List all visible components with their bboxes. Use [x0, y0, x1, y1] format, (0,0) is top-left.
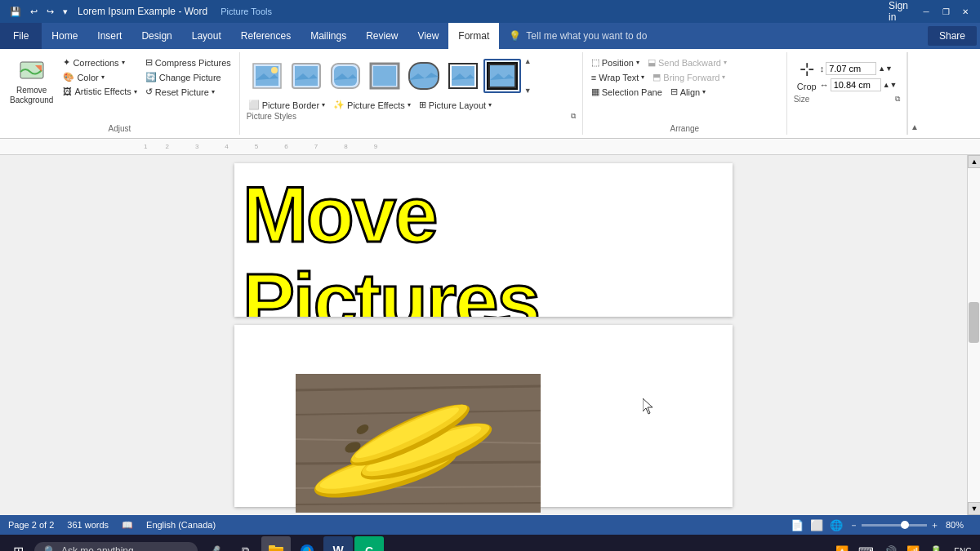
format-menu[interactable]: Format [448, 23, 499, 49]
width-spin[interactable]: ▲▼ [878, 64, 893, 73]
selection-pane-button[interactable]: ▦ Selection Pane [588, 85, 666, 99]
restore-button[interactable]: ❐ [938, 5, 954, 18]
styles-group-footer: Picture Styles ⧉ [245, 112, 577, 122]
battery-icon[interactable]: 🔋 [926, 545, 946, 552]
system-clock[interactable]: ENG [949, 547, 977, 552]
picture-effects-button[interactable]: ✨ Picture Effects ▾ [330, 98, 414, 112]
document-title: Lorem Ipsum Example - Word [78, 6, 207, 17]
insert-menu[interactable]: Insert [87, 23, 131, 49]
save-icon[interactable]: 💾 [7, 5, 24, 19]
picture-style-4[interactable] [366, 59, 403, 93]
cortana-button[interactable]: 🎤 [199, 536, 229, 551]
height-input[interactable] [831, 78, 881, 91]
share-button[interactable]: Share [928, 26, 977, 46]
picture-style-3[interactable] [327, 59, 364, 93]
size-dialog-icon[interactable]: ⧉ [895, 95, 900, 104]
cwm-button[interactable]: C [354, 536, 384, 551]
picture-style-1[interactable] [248, 59, 286, 93]
align-button[interactable]: ⊟ Align ▾ [667, 85, 709, 99]
word-button[interactable]: W [323, 536, 353, 551]
minimize-button[interactable]: ─ [918, 5, 934, 18]
word-icon: W [332, 544, 343, 551]
document-scroll[interactable]: Move Pictures [0, 155, 967, 515]
width-input[interactable] [826, 62, 876, 75]
size-group-label: Size [794, 95, 809, 105]
tell-me-label: Tell me what you want to do [526, 30, 647, 42]
start-button[interactable]: ⊞ [3, 536, 33, 551]
picture-style-5[interactable] [405, 59, 443, 93]
task-view-button[interactable]: ⧉ [230, 536, 260, 551]
ribbon: RemoveBackground ✦ Corrections ▾ 🎨 Color… [0, 49, 980, 139]
arrange-row2: ≡ Wrap Text ▾ ⬒ Bring Forward ▾ [588, 70, 730, 84]
review-menu[interactable]: Review [356, 23, 408, 49]
arrange-row3: ▦ Selection Pane ⊟ Align ▾ [588, 85, 730, 99]
change-picture-button[interactable]: 🔄 Change Picture [142, 70, 234, 84]
compress-pictures-button[interactable]: ⊟ Compress Pictures [142, 56, 234, 69]
customize-qs-icon[interactable]: ▾ [60, 5, 71, 19]
volume-icon[interactable]: 🔊 [880, 545, 900, 552]
signin-link[interactable]: Sign in [892, 5, 905, 18]
explorer-button[interactable] [261, 536, 291, 551]
ribbon-collapse-button[interactable]: ▲ [907, 52, 920, 135]
zoom-out-button[interactable]: － [849, 519, 858, 531]
redo-icon[interactable]: ↪ [43, 5, 57, 19]
artistic-effects-button[interactable]: 🖼 Artistic Effects ▾ [60, 85, 140, 98]
zoom-slider[interactable] [862, 524, 927, 527]
network-icon[interactable]: 📶 [903, 545, 923, 552]
read-mode-icon[interactable]: 📄 [791, 519, 804, 531]
picture-border-button[interactable]: ⬜ Picture Border ▾ [245, 98, 328, 112]
notifications-icon[interactable]: 🔼 [832, 545, 852, 552]
references-menu[interactable]: References [231, 23, 301, 49]
bring-forward-button[interactable]: ⬒ Bring Forward ▾ [649, 70, 728, 84]
move-pictures-heading: Move Pictures [234, 163, 733, 317]
search-bar[interactable]: 🔍 Ask me anything [34, 542, 198, 551]
picture-style-6[interactable] [444, 59, 482, 93]
picture-style-7[interactable] [483, 59, 521, 93]
print-layout-icon[interactable]: ⬜ [810, 519, 823, 531]
reset-picture-button[interactable]: ↺ Reset Picture ▾ [142, 85, 234, 99]
firefox-button[interactable] [292, 536, 322, 551]
compress-icon: ⊟ [145, 57, 153, 68]
position-button[interactable]: ⬚ Position ▾ [588, 56, 643, 69]
keyboard-icon[interactable]: ⌨ [855, 545, 877, 552]
layout-icon: ⊞ [419, 100, 426, 110]
remove-background-button[interactable]: RemoveBackground [5, 56, 58, 109]
adjust-group-label: Adjust [108, 124, 131, 135]
document-page-1: Move Pictures [234, 163, 733, 317]
styles-dialog-icon[interactable]: ⧉ [571, 112, 576, 121]
menu-bar: File Home Insert Design Layout Reference… [0, 23, 980, 49]
send-backward-button[interactable]: ⬓ Send Backward ▾ [644, 56, 730, 69]
zoom-thumb[interactable] [901, 521, 909, 529]
tell-me-box[interactable]: 💡 Tell me what you want to do [499, 23, 905, 49]
crop-button[interactable]: ⊹ Crop ↕ ▲▼ ↔ ▲▼ [792, 56, 902, 95]
scroll-up-button[interactable]: ▲ [968, 155, 980, 168]
zoom-in-button[interactable]: ＋ [930, 519, 939, 531]
height-spin[interactable]: ▲▼ [883, 81, 898, 89]
color-button[interactable]: 🎨 Color ▾ [60, 70, 140, 84]
view-menu[interactable]: View [408, 23, 449, 49]
mailings-menu[interactable]: Mailings [301, 23, 356, 49]
home-menu[interactable]: Home [42, 23, 87, 49]
banana-image[interactable]: ⊟ [296, 374, 541, 513]
picture-style-2[interactable] [287, 59, 325, 93]
svg-rect-37 [269, 545, 275, 549]
wrap-text-button[interactable]: ≡ Wrap Text ▾ [588, 71, 648, 84]
close-button[interactable]: ✕ [957, 5, 973, 18]
corrections-button[interactable]: ✦ Corrections ▾ [60, 56, 140, 69]
scroll-track[interactable] [968, 168, 980, 502]
svg-rect-10 [373, 66, 396, 86]
scroll-thumb[interactable] [969, 302, 979, 343]
adjust-small-buttons2: ⊟ Compress Pictures 🔄 Change Picture ↺ R… [142, 56, 234, 99]
styles-scroll-up[interactable]: ▲ [524, 57, 532, 65]
design-menu[interactable]: Design [131, 23, 181, 49]
vertical-scrollbar[interactable]: ▲ ▼ [967, 155, 980, 515]
layout-menu[interactable]: Layout [182, 23, 231, 49]
picture-layout-button[interactable]: ⊞ Picture Layout ▾ [416, 98, 495, 112]
styles-more[interactable]: ▼ [524, 87, 532, 95]
file-menu[interactable]: File [0, 23, 42, 49]
web-layout-icon[interactable]: 🌐 [830, 519, 843, 531]
crop-icon: ⊹ [800, 59, 814, 80]
scroll-down-button[interactable]: ▼ [968, 502, 980, 515]
undo-icon[interactable]: ↩ [27, 5, 41, 19]
zoom-level: 80% [946, 520, 972, 530]
